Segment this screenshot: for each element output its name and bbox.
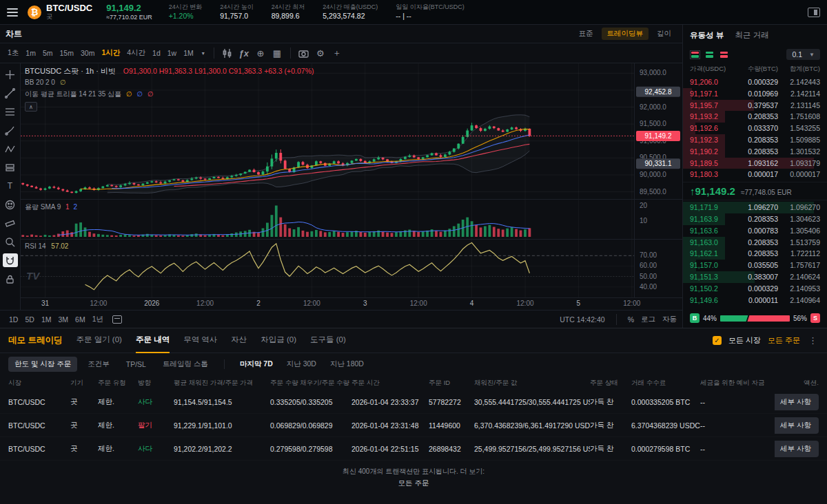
orderbook-bid-row[interactable]: 91,157.00.0355051.757617: [690, 260, 820, 271]
brush-tool-icon[interactable]: [3, 123, 18, 137]
orders-tab-주문 열기 (0)[interactable]: 주문 열기 (0): [76, 328, 121, 353]
crosshair-tool-icon[interactable]: [3, 67, 18, 81]
filter-조건부[interactable]: 조건부: [81, 357, 116, 372]
orderbook-tab-유동성 뷰[interactable]: 유동성 뷰: [690, 30, 724, 41]
book-view-bids-icon[interactable]: [704, 50, 715, 59]
orderbook-bid-row[interactable]: 91,163.60.0007831.305406: [690, 225, 820, 237]
scale-%[interactable]: %: [628, 315, 634, 324]
orderbook-ask-row[interactable]: 91,190.20.2083531.301532: [690, 146, 820, 158]
scale-로그[interactable]: 로그: [641, 315, 655, 324]
orderbook-ask-row[interactable]: 91,192.30.2083531.509885: [690, 134, 820, 146]
orderbook-tab-최근 거래[interactable]: 최근 거래: [735, 30, 768, 41]
filter-트레일링 스톱[interactable]: 트레일링 스톱: [156, 357, 214, 372]
all-orders-link[interactable]: 모든 주문: [768, 335, 800, 346]
layout-grid-icon[interactable]: ▦: [269, 46, 285, 60]
compare-icon[interactable]: ⊕: [253, 46, 268, 60]
orderbook-ask-row[interactable]: 91,195.70.3795372.131145: [690, 100, 820, 112]
zoom-tool-icon[interactable]: [3, 235, 18, 249]
range-1M[interactable]: 1M: [38, 314, 55, 325]
orderbook-bid-row[interactable]: 91,150.20.0003292.140953: [690, 283, 820, 295]
precision-dropdown[interactable]: 0.1 ▼: [786, 49, 820, 60]
bb-indicator-legend[interactable]: BB 20 2 0 ∅: [25, 78, 65, 86]
go-to-date-icon[interactable]: [112, 315, 122, 324]
orderbook-ask-row[interactable]: 91,180.30.0000170.000017: [690, 169, 820, 180]
orderbook-mid-price[interactable]: ↑91,149.2 ≈77,748.05 EUR: [683, 182, 827, 200]
orderbook-bid-row[interactable]: 91,151.30.3830072.140624: [690, 271, 820, 283]
timezone-clock[interactable]: UTC 14:42:40: [560, 315, 604, 324]
chart-type-icon[interactable]: [220, 46, 235, 60]
timeframe-5m[interactable]: 5m: [39, 47, 57, 59]
orders-tab-자산[interactable]: 자산: [231, 328, 247, 353]
timeframe-15m[interactable]: 15m: [57, 47, 77, 59]
orders-tab-차입금 (0)[interactable]: 차입금 (0): [261, 328, 296, 353]
position-tool-icon[interactable]: [3, 160, 18, 174]
book-view-both-icon[interactable]: [690, 50, 700, 59]
camera-icon[interactable]: [296, 46, 312, 60]
orderbook-bid-row[interactable]: 91,149.60.0000112.140964: [690, 295, 820, 306]
range-filter-마지막 7D[interactable]: 마지막 7D: [234, 357, 278, 372]
orders-tab-주문 내역[interactable]: 주문 내역: [136, 328, 170, 353]
detail-button[interactable]: 세부 사항: [775, 441, 819, 457]
chart-canvas[interactable]: 93,000.092,500.092,000.091,500.091,000.0…: [21, 63, 682, 310]
orderbook-bid-row[interactable]: 91,162.10.2083531.722112: [690, 248, 820, 260]
pair-selector[interactable]: BTC/USDC 곳: [46, 3, 92, 20]
view-button-표준[interactable]: 표준: [573, 28, 599, 40]
range-6M[interactable]: 6M: [72, 314, 89, 325]
demo-trading-label[interactable]: 데모 트레이딩: [8, 335, 62, 346]
bb-hidden-icon[interactable]: ∅: [60, 78, 66, 86]
timeframe-4시간[interactable]: 4시간: [123, 46, 149, 60]
orderbook-bid-row[interactable]: 91,163.00.2083531.513759: [690, 237, 820, 249]
range-5D[interactable]: 5D: [21, 314, 37, 325]
scale-자동[interactable]: 자동: [662, 315, 677, 324]
indicators-icon[interactable]: ƒx: [236, 46, 252, 60]
range-1D[interactable]: 1D: [6, 314, 21, 325]
detail-button[interactable]: 세부 사항: [775, 417, 819, 434]
all-markets-checkbox[interactable]: ✓: [713, 336, 722, 345]
ma-indicator-legend[interactable]: 이동 평균 트리플 14 21 35 심플 ∅ ∅ ∅: [25, 90, 154, 99]
add-icon[interactable]: ＋: [329, 46, 345, 60]
more-options-icon[interactable]: ⋮: [807, 335, 819, 346]
legend-collapse-button[interactable]: ∧: [25, 102, 37, 112]
filter-한도 및 시장 주문[interactable]: 한도 및 시장 주문: [8, 357, 77, 372]
view-button-트레이딩뷰[interactable]: 트레이딩뷰: [602, 28, 649, 40]
range-filter-지난 180D[interactable]: 지난 180D: [325, 357, 369, 372]
menu-icon[interactable]: [7, 8, 18, 17]
detail-button[interactable]: 세부 사항: [775, 394, 819, 410]
trend-line-tool-icon[interactable]: [3, 86, 18, 100]
measure-tool-icon[interactable]: [3, 216, 18, 230]
orderbook-ask-row[interactable]: 91,189.51.0931621.093179: [690, 158, 820, 169]
text-tool-icon[interactable]: T: [3, 179, 18, 193]
volume-indicator-legend[interactable]: 용량 SMA 9 1 2: [25, 202, 77, 212]
range-3M[interactable]: 3M: [54, 314, 72, 325]
orderbook-ask-row[interactable]: 91,192.60.0333701.543255: [690, 123, 820, 134]
timeframe-1M[interactable]: 1M: [180, 47, 197, 59]
book-view-asks-icon[interactable]: [719, 50, 729, 59]
orderbook-ask-row[interactable]: 91,206.00.0003292.142443: [690, 76, 820, 88]
timeframe-1w[interactable]: 1w: [164, 47, 180, 59]
emoji-tool-icon[interactable]: [3, 198, 18, 211]
fib-tool-icon[interactable]: [3, 105, 18, 118]
magnet-tool-icon[interactable]: [3, 253, 18, 267]
orderbook-bid-row[interactable]: 91,171.91.0962701.096270: [690, 202, 820, 213]
filter-TP/SL[interactable]: TP/SL: [120, 357, 152, 371]
chart-symbol-label[interactable]: BTCUSDC 스팟 · 1h · 비빗: [25, 67, 116, 75]
orders-tab-무역 역사[interactable]: 무역 역사: [183, 328, 217, 353]
settings-gear-icon[interactable]: ⚙: [313, 46, 328, 60]
range-1년[interactable]: 1년: [89, 313, 107, 326]
timeframe-1초[interactable]: 1초: [4, 46, 22, 60]
timeframe-30m[interactable]: 30m: [77, 47, 98, 59]
range-filter-지난 30D[interactable]: 지난 30D: [281, 357, 322, 372]
orderbook-ask-row[interactable]: 91,193.20.2083531.751608: [690, 111, 820, 123]
orders-footer-link[interactable]: 모든 주문: [0, 477, 827, 489]
orderbook-bid-row[interactable]: 91,163.90.2083531.304623: [690, 213, 820, 225]
rsi-indicator-legend[interactable]: RSI 14 57.02: [25, 242, 68, 250]
timeframe-1시간[interactable]: 1시간: [98, 46, 123, 60]
lock-tool-icon[interactable]: [3, 272, 18, 286]
pattern-tool-icon[interactable]: [3, 142, 18, 156]
view-button-깊이[interactable]: 깊이: [651, 28, 677, 40]
timeframe-1d[interactable]: 1d: [149, 47, 164, 59]
layout-toggle-icon[interactable]: [808, 8, 820, 17]
orders-tab-도구들 (0)[interactable]: 도구들 (0): [310, 328, 346, 353]
timeframe-1m[interactable]: 1m: [22, 47, 39, 59]
orderbook-ask-row[interactable]: 91,197.10.0109692.142114: [690, 88, 820, 100]
